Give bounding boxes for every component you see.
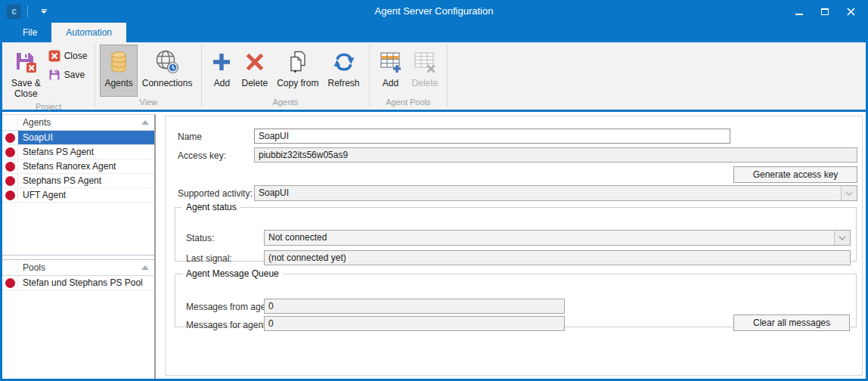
agents-list: Agents SoapUI Stefans PS Agent Stefans R… xyxy=(2,114,154,256)
close-icon xyxy=(847,8,855,16)
tab-file[interactable]: File xyxy=(8,23,51,42)
title-bar: c Agent Server Configuration xyxy=(0,0,868,23)
agent-list-item[interactable]: SoapUI xyxy=(2,131,154,145)
maximize-icon xyxy=(821,8,829,15)
ribbon-group-project: Save &Close Close xyxy=(2,42,95,110)
agent-refresh-button[interactable]: Refresh xyxy=(324,45,364,97)
delete-x-icon xyxy=(244,48,265,76)
name-label: Name xyxy=(178,129,202,144)
supported-activity-label: Supported activity: xyxy=(178,186,253,201)
delete-table-icon xyxy=(413,48,437,76)
chevron-down-icon xyxy=(841,186,857,200)
name-input[interactable] xyxy=(254,129,730,144)
maximize-button[interactable] xyxy=(814,2,836,20)
status-dropdown[interactable]: Not connected xyxy=(264,230,851,246)
pool-delete-button[interactable]: Delete xyxy=(408,45,443,97)
sidebar: Agents SoapUI Stefans PS Agent Stefans R… xyxy=(2,114,156,379)
copy-pages-icon xyxy=(287,48,309,76)
close-project-button[interactable]: Close xyxy=(48,50,88,62)
ribbon: Save &Close Close xyxy=(2,42,866,112)
pool-list-item[interactable]: Stefan und Stephans PS Pool xyxy=(2,276,154,290)
agent-list-item[interactable]: UFT Agent xyxy=(2,188,154,203)
pool-status-red-icon xyxy=(5,278,15,288)
supported-activity-dropdown[interactable]: SoapUI xyxy=(254,185,857,201)
last-signal-label: Last signal: xyxy=(186,251,232,266)
status-label: Status: xyxy=(186,231,214,246)
pool-add-button[interactable]: Add xyxy=(374,45,408,97)
view-connections-button[interactable]: Connections xyxy=(138,45,197,97)
add-plus-icon xyxy=(211,48,232,76)
agent-message-queue-legend: Agent Message Queue xyxy=(182,268,283,279)
minimize-button[interactable] xyxy=(788,2,811,20)
app-window: c Agent Server Configuration File Automa… xyxy=(0,0,868,381)
agent-add-button[interactable]: Add xyxy=(206,45,237,97)
agent-message-queue-group: Agent Message Queue Messages from agent:… xyxy=(175,268,857,327)
add-table-icon xyxy=(379,48,403,76)
agent-delete-button[interactable]: Delete xyxy=(237,45,272,97)
agent-list-item[interactable]: Stephans PS Agent xyxy=(2,174,154,188)
content-area: Agents SoapUI Stefans PS Agent Stefans R… xyxy=(2,114,866,379)
messages-from-agent-label: Messages from agent: xyxy=(186,299,276,314)
last-signal-field: (not connected yet) xyxy=(264,250,851,265)
close-button[interactable] xyxy=(839,2,862,20)
agent-status-red-icon xyxy=(5,133,15,143)
agent-status-group: Agent status Status: Not connected Last … xyxy=(175,202,857,262)
refresh-icon xyxy=(333,48,355,76)
ribbon-tab-bar: File Automation xyxy=(0,23,868,42)
view-agents-button[interactable]: Agents xyxy=(100,45,137,97)
group-label-agents: Agents xyxy=(203,97,367,110)
ribbon-group-agents: Add Delete xyxy=(202,42,368,110)
titlebar-divider xyxy=(27,5,28,17)
pools-list: Pools Stefan und Stephans PS Pool xyxy=(2,259,154,379)
clear-all-messages-button[interactable]: Clear all messages xyxy=(733,314,850,331)
close-project-icon xyxy=(48,50,60,62)
messages-for-agent-label: Messages for agent: xyxy=(186,318,268,333)
quick-access-dropdown-icon[interactable] xyxy=(36,4,52,19)
messages-from-agent-field: 0 xyxy=(264,299,565,314)
agent-status-red-icon xyxy=(5,162,15,172)
save-icon xyxy=(48,69,60,81)
agent-status-red-icon xyxy=(5,190,15,200)
group-label-view: View xyxy=(97,97,200,110)
agents-database-icon xyxy=(107,48,130,76)
agent-list-item[interactable]: Stefans PS Agent xyxy=(2,145,154,160)
agent-status-legend: Agent status xyxy=(182,202,240,212)
sort-ascending-icon xyxy=(141,265,149,270)
ribbon-group-agent-pools: Add Delete Agent Pools xyxy=(370,42,448,110)
agent-status-red-icon xyxy=(5,176,15,186)
tab-automation[interactable]: Automation xyxy=(51,23,126,42)
access-key-label: Access key: xyxy=(178,148,226,163)
messages-for-agent-field: 0 xyxy=(264,316,565,331)
agent-copy-from-button[interactable]: Copy from xyxy=(272,45,323,97)
chevron-down-icon xyxy=(834,231,850,245)
generate-access-key-button[interactable]: Generate access key xyxy=(733,166,857,183)
agents-list-header[interactable]: Agents xyxy=(2,115,154,131)
pools-header-label: Pools xyxy=(18,262,141,273)
app-icon: c xyxy=(7,5,21,19)
agents-header-label: Agents xyxy=(18,117,141,128)
group-label-project: Project xyxy=(4,101,93,113)
minimize-icon xyxy=(795,14,803,15)
pools-list-header[interactable]: Pools xyxy=(2,260,154,276)
agent-list-item[interactable]: Stefans Ranorex Agent xyxy=(2,160,154,174)
save-and-close-icon xyxy=(14,48,38,76)
ribbon-group-view: Agents Connections xyxy=(95,42,201,110)
access-key-field[interactable]: piubbiz32its56w05as9 xyxy=(254,147,857,163)
save-button[interactable]: Save xyxy=(48,69,88,81)
group-label-agent-pools: Agent Pools xyxy=(371,97,446,110)
connections-globe-icon xyxy=(154,48,180,76)
sort-ascending-icon xyxy=(141,120,149,125)
agent-detail-panel: Name Access key: piubbiz32its56w05as9 Ge… xyxy=(165,116,863,376)
window-title: Agent Server Configuration xyxy=(0,0,868,23)
save-and-close-button[interactable]: Save &Close xyxy=(7,45,45,101)
ribbon-separator xyxy=(447,45,448,107)
agent-status-red-icon xyxy=(5,147,15,157)
